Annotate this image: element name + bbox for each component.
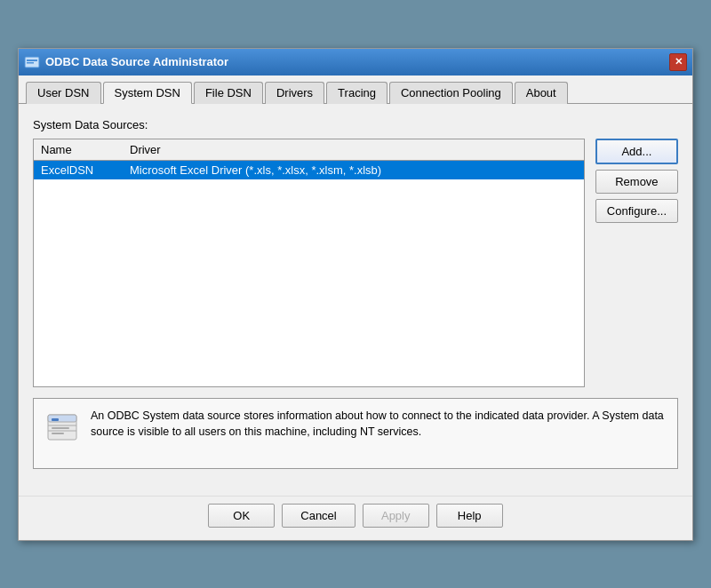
table-header: Name Driver — [34, 139, 584, 161]
tab-user-dsn[interactable]: User DSN — [26, 82, 101, 104]
svg-rect-7 — [52, 418, 59, 421]
main-area: Name Driver ExcelDSN Microsoft Excel Dri… — [33, 139, 678, 387]
tab-bar: User DSN System DSN File DSN Drivers Tra… — [19, 75, 692, 104]
tab-system-dsn[interactable]: System DSN — [103, 82, 192, 104]
add-button[interactable]: Add... — [595, 139, 678, 164]
tab-about[interactable]: About — [515, 82, 568, 104]
tab-drivers[interactable]: Drivers — [265, 82, 324, 104]
svg-rect-1 — [27, 60, 37, 61]
configure-button[interactable]: Configure... — [595, 199, 678, 223]
bottom-bar: OK Cancel Apply Help — [19, 496, 692, 540]
svg-rect-2 — [27, 62, 34, 64]
section-label: System Data Sources: — [33, 118, 678, 131]
ok-button[interactable]: OK — [208, 504, 275, 528]
svg-rect-9 — [52, 433, 64, 434]
table-row[interactable]: ExcelDSN Microsoft Excel Driver (*.xls, … — [34, 161, 584, 179]
close-button[interactable]: ✕ — [669, 53, 687, 71]
main-window: ODBC Data Source Administrator ✕ User DS… — [18, 48, 693, 541]
tab-tracing[interactable]: Tracing — [326, 82, 387, 104]
table-body: ExcelDSN Microsoft Excel Driver (*.xls, … — [34, 161, 584, 374]
svg-rect-8 — [52, 427, 69, 429]
apply-button[interactable]: Apply — [363, 504, 429, 528]
title-bar-left: ODBC Data Source Administrator — [24, 54, 228, 70]
tab-file-dsn[interactable]: File DSN — [194, 82, 263, 104]
row-driver: Microsoft Excel Driver (*.xls, *.xlsx, *… — [130, 163, 577, 177]
data-sources-table[interactable]: Name Driver ExcelDSN Microsoft Excel Dri… — [33, 139, 585, 387]
info-description: An ODBC System data source stores inform… — [91, 408, 667, 441]
row-name: ExcelDSN — [41, 163, 130, 177]
tab-connection-pooling[interactable]: Connection Pooling — [389, 82, 513, 104]
title-bar: ODBC Data Source Administrator ✕ — [19, 49, 692, 75]
remove-button[interactable]: Remove — [595, 170, 678, 194]
app-icon — [24, 54, 40, 70]
button-panel: Add... Remove Configure... — [595, 139, 678, 387]
cancel-button[interactable]: Cancel — [282, 504, 355, 528]
database-icon — [44, 409, 80, 445]
tab-content: System Data Sources: Name Driver ExcelDS… — [19, 104, 692, 496]
info-box: An ODBC System data source stores inform… — [33, 398, 678, 469]
column-name-header: Name — [41, 143, 130, 156]
help-button[interactable]: Help — [436, 504, 503, 528]
column-driver-header: Driver — [130, 143, 577, 156]
window-title: ODBC Data Source Administrator — [45, 55, 228, 68]
